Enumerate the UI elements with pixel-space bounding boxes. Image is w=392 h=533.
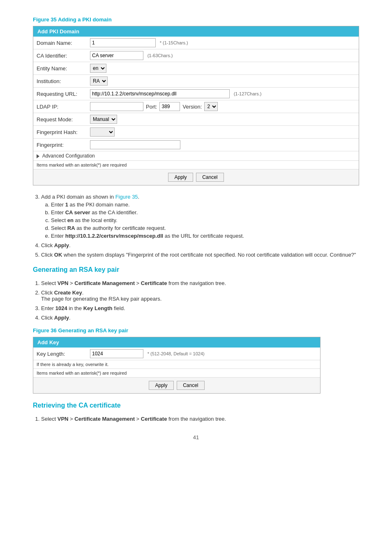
- figure36-apply-button[interactable]: Apply: [149, 381, 173, 390]
- key-length-label: Key Length:: [33, 348, 87, 360]
- requesting-url-input[interactable]: [90, 89, 230, 98]
- step4: Click Apply.: [41, 242, 359, 248]
- figure36-footer: Apply Cancel: [33, 377, 320, 393]
- fingerprint-hash-select[interactable]: [90, 127, 115, 137]
- figure35-caption: Figure 35 Adding a PKI domain: [33, 16, 359, 23]
- ca-step1: Select VPN > Certificate Management > Ce…: [41, 416, 359, 422]
- domain-name-input[interactable]: [90, 38, 156, 47]
- port-label: Port:: [146, 104, 157, 110]
- ca-steps-section: Select VPN > Certificate Management > Ce…: [33, 416, 359, 422]
- version-label: Version:: [182, 104, 202, 110]
- figure36-panel-header: Add Key: [33, 337, 320, 348]
- entity-name-select[interactable]: en: [90, 64, 106, 73]
- required-note: Items marked with an asterisk(*) are req…: [33, 161, 359, 169]
- figure36-caption: Figure 36 Generating an RSA key pair: [33, 327, 359, 334]
- figure36-cancel-button[interactable]: Cancel: [177, 381, 204, 390]
- step-3d: Select RA as the authority for certifica…: [51, 225, 359, 231]
- request-mode-select[interactable]: Manual: [90, 115, 117, 124]
- fingerprint-input[interactable]: [90, 140, 180, 149]
- ca-identifier-input[interactable]: [90, 51, 143, 60]
- figure35-footer: Apply Cancel: [33, 169, 359, 185]
- step-3a: Enter 1 as the PKI domain name.: [51, 202, 359, 208]
- rsa-step2: Click Create Key. The page for generatin…: [41, 290, 359, 302]
- step-3c: Select en as the local entity.: [51, 217, 359, 223]
- domain-name-label: Domain Name:: [33, 37, 87, 49]
- figure35-panel-header: Add PKI Domain: [33, 26, 359, 37]
- domain-name-hint: * (1-15Chars.): [160, 40, 188, 45]
- request-mode-label: Request Mode:: [33, 113, 87, 126]
- rsa-step1: Select VPN > Certificate Management > Ce…: [41, 280, 359, 286]
- ca-identifier-hint: (1-63Chars.): [148, 53, 173, 58]
- overwrite-note: If there is already a key, overwrite it.: [33, 360, 320, 369]
- ca-identifier-label: CA Identifier:: [33, 49, 87, 62]
- entity-name-label: Entity Name:: [33, 62, 87, 75]
- page-number: 41: [33, 434, 359, 440]
- step-3b: Enter CA server as the CA identifier.: [51, 209, 359, 216]
- key-length-hint: * (512-2048, Default = 1024): [148, 351, 205, 356]
- figure36-required-note: Items marked with an asterisk(*) are req…: [33, 369, 320, 378]
- figure35-panel: Add PKI Domain Domain Name: * (1-15Chars…: [33, 26, 359, 185]
- step3-period: .: [138, 194, 140, 200]
- advanced-config-label[interactable]: Advanced Configuration: [42, 153, 95, 159]
- advanced-config-arrow: [37, 154, 39, 158]
- figure35-cancel-button[interactable]: Cancel: [196, 173, 224, 182]
- port-input[interactable]: [159, 102, 180, 111]
- institution-label: Institution:: [33, 75, 87, 88]
- rsa-steps-section: Select VPN > Certificate Management > Ce…: [33, 280, 359, 321]
- step-3e: Enter http://10.1.2.2/certsrv/mscep/msce…: [51, 233, 359, 239]
- figure35-apply-button[interactable]: Apply: [168, 173, 193, 182]
- fingerprint-hash-label: Fingerprint Hash:: [33, 126, 87, 139]
- ldap-ip-label: LDAP IP:: [33, 100, 87, 113]
- requesting-url-hint: (1-127Chars.): [234, 91, 262, 96]
- requesting-url-label: Requesting URL:: [33, 88, 87, 100]
- ldap-ip-input[interactable]: [90, 102, 143, 111]
- ca-section-heading: Retrieving the CA certificate: [33, 402, 359, 409]
- institution-select[interactable]: RA: [90, 76, 108, 86]
- figure36-panel: Add Key Key Length: * (512-2048, Default…: [33, 337, 321, 394]
- steps35-section: Add a PKI domain as shown in Figure 35. …: [33, 194, 359, 258]
- version-select[interactable]: 2: [204, 102, 218, 111]
- rsa-step3: Enter 1024 in the Key Length field.: [41, 305, 359, 311]
- step5: Click OK when the system displays "Finge…: [41, 252, 359, 258]
- rsa-step4: Click Apply.: [41, 315, 359, 321]
- step3-intro: Add a PKI domain as shown in: [41, 194, 115, 200]
- rsa-step2-sub: The page for generating the RSA key pair…: [41, 296, 161, 302]
- key-length-input[interactable]: [90, 349, 143, 358]
- figure35-link[interactable]: Figure 35: [115, 194, 138, 200]
- rsa-section-heading: Generating an RSA key pair: [33, 266, 359, 273]
- fingerprint-label: Fingerprint:: [33, 139, 87, 151]
